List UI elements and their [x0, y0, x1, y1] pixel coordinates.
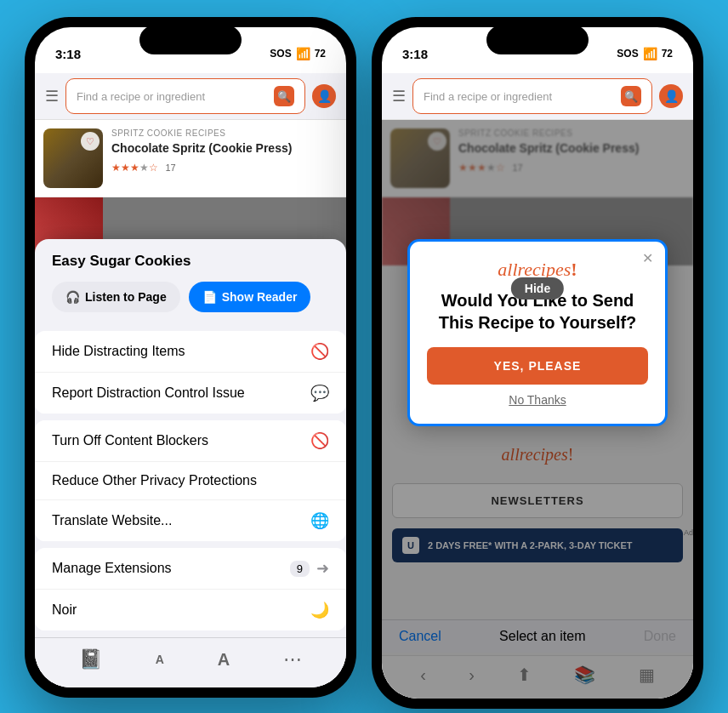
- content-area-1: ♡ SPRITZ COOKIE RECIPES Chocolate Spritz…: [35, 120, 346, 687]
- menu-item-privacy[interactable]: Reduce Other Privacy Protections: [35, 461, 346, 499]
- menu-item-report-distraction[interactable]: Report Distraction Control Issue 💬: [35, 372, 346, 414]
- recipe-title-1: Chocolate Spritz (Cookie Press): [111, 140, 338, 156]
- reader-icon-1: 📄: [202, 290, 217, 304]
- reader-label-1: Show Reader: [222, 290, 298, 304]
- eye-hide-icon: 🚫: [310, 342, 329, 361]
- browser-bar-1: ☰ Find a recipe or ingredient 🔍 👤: [35, 73, 346, 120]
- extensions-arrow-icon: ➜: [316, 559, 329, 578]
- avatar-icon-2[interactable]: 👤: [659, 84, 683, 108]
- bottom-toolbar-1: 📓 A A ⋯: [35, 637, 346, 687]
- hide-distracting-label: Hide Distracting Items: [52, 344, 185, 359]
- recipe-rating-1: ★★★★☆ 17: [111, 159, 338, 174]
- extensions-badge: 9: [290, 561, 310, 577]
- menu-item-content-blockers[interactable]: Turn Off Content Blockers 🚫: [35, 420, 346, 461]
- search-bar-2[interactable]: Find a recipe or ingredient 🔍: [412, 78, 652, 114]
- sheet-title-1: Easy Sugar Cookies: [35, 253, 346, 282]
- avatar-icon-1[interactable]: 👤: [312, 84, 336, 108]
- moon-icon: 🌙: [310, 601, 329, 619]
- modal-content: Would You Like to Send This Recipe to Yo…: [427, 289, 648, 334]
- listen-button-1[interactable]: 🎧 Listen to Page: [52, 282, 180, 312]
- battery-label-1: 72: [315, 48, 326, 60]
- privacy-label: Reduce Other Privacy Protections: [52, 473, 257, 488]
- report-distraction-label: Report Distraction Control Issue: [52, 385, 245, 401]
- status-time-2: 3:18: [402, 47, 428, 61]
- stars-1: ★★★★☆: [111, 162, 158, 174]
- action-buttons-1: 🎧 Listen to Page 📄 Show Reader: [35, 282, 346, 324]
- hamburger-icon-2[interactable]: ☰: [392, 87, 406, 106]
- headphones-icon-1: 🎧: [65, 290, 80, 304]
- no-thanks-button[interactable]: No Thanks: [427, 393, 648, 407]
- content-area-2: ♡ SPRITZ COOKIE RECIPES Chocolate Spritz…: [382, 120, 693, 699]
- content-blockers-label: Turn Off Content Blockers: [52, 433, 208, 448]
- recipe-info-1: SPRITZ COOKIE RECIPES Chocolate Spritz (…: [111, 128, 338, 188]
- status-icons-1: SOS 📶 72: [270, 47, 326, 60]
- status-time-1: 3:18: [55, 47, 81, 61]
- hide-tooltip[interactable]: Hide: [511, 277, 564, 299]
- search-placeholder-2: Find a recipe or ingredient: [424, 90, 616, 103]
- menu-section-extensions: Manage Extensions 9 ➜ Noir 🌙: [35, 548, 346, 630]
- menu-item-extensions[interactable]: Manage Extensions 9 ➜: [35, 548, 346, 589]
- search-bar-1[interactable]: Find a recipe or ingredient 🔍: [65, 78, 305, 114]
- phone-2: 3:18 SOS 📶 72 ☰ Find a recipe or ingredi…: [372, 17, 703, 709]
- menu-item-translate[interactable]: Translate Website... 🌐: [35, 499, 346, 541]
- recipe-card-1: ♡ SPRITZ COOKIE RECIPES Chocolate Spritz…: [35, 120, 346, 197]
- more-icon-1[interactable]: ⋯: [283, 648, 302, 670]
- heart-icon-1[interactable]: ♡: [81, 132, 100, 151]
- wifi-icon-2: 📶: [643, 47, 657, 60]
- search-icon-2[interactable]: 🔍: [621, 86, 641, 106]
- yes-please-button[interactable]: YES, PLEASE: [427, 347, 648, 385]
- menu-item-noir[interactable]: Noir 🌙: [35, 589, 346, 630]
- menu-section-distraction: Hide Distracting Items 🚫 Report Distract…: [35, 331, 346, 414]
- menu-item-hide-distracting[interactable]: Hide Distracting Items 🚫: [35, 331, 346, 372]
- report-icon: 💬: [310, 384, 329, 402]
- dynamic-island-2: [486, 26, 589, 54]
- translate-icon: 🌐: [310, 511, 329, 530]
- modal-card: ✕ allrecipes! Would You Like to Send Thi…: [407, 239, 668, 426]
- block-icon: 🚫: [310, 431, 329, 450]
- text-large-icon-1[interactable]: A: [218, 650, 230, 670]
- noir-label: Noir: [52, 602, 77, 618]
- phone-1: 3:18 SOS 📶 72 ☰ Find a recipe or ingredi…: [25, 17, 356, 698]
- wifi-icon-1: 📶: [296, 47, 310, 60]
- extensions-label: Manage Extensions: [52, 561, 172, 576]
- rating-count-1: 17: [165, 163, 175, 173]
- search-placeholder-1: Find a recipe or ingredient: [77, 90, 269, 103]
- status-icons-2: SOS 📶 72: [617, 47, 673, 60]
- search-icon-1[interactable]: 🔍: [274, 86, 294, 106]
- modal-close-button[interactable]: ✕: [642, 250, 653, 266]
- recipe-category-1: SPRITZ COOKIE RECIPES: [111, 128, 338, 138]
- bookmark-icon-1[interactable]: 📓: [79, 648, 102, 670]
- dynamic-island-1: [139, 26, 242, 54]
- text-small-icon-1[interactable]: A: [156, 653, 164, 666]
- phones-container: 3:18 SOS 📶 72 ☰ Find a recipe or ingredi…: [25, 17, 703, 709]
- browser-bar-2: ☰ Find a recipe or ingredient 🔍 👤: [382, 73, 693, 120]
- carrier-label-2: SOS: [617, 48, 638, 60]
- battery-label-2: 72: [662, 48, 673, 60]
- translate-label: Translate Website...: [52, 513, 172, 528]
- bottom-sheet-1: Easy Sugar Cookies 🎧 Listen to Page 📄 Sh…: [35, 239, 346, 687]
- reader-button-1[interactable]: 📄 Show Reader: [189, 282, 311, 312]
- listen-label-1: Listen to Page: [85, 290, 167, 304]
- recipe-thumbnail-1: ♡: [43, 128, 103, 188]
- carrier-label-1: SOS: [270, 48, 291, 60]
- hamburger-icon-1[interactable]: ☰: [45, 87, 59, 106]
- menu-section-privacy: Turn Off Content Blockers 🚫 Reduce Other…: [35, 420, 346, 541]
